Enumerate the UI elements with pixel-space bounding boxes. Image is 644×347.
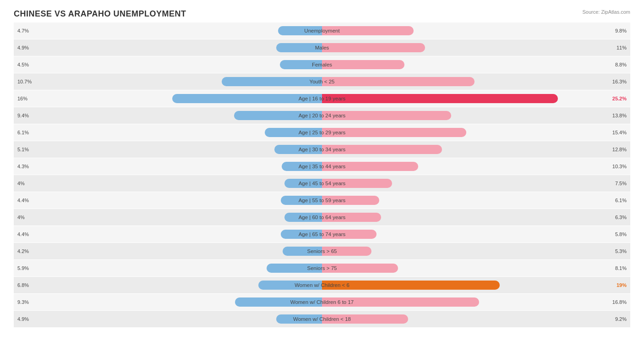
- value-left: 4%: [17, 181, 25, 186]
- value-right: 5.3%: [615, 248, 627, 254]
- value-left: 9.4%: [17, 113, 29, 118]
- right-section: 25.2%: [322, 90, 630, 107]
- row-label: Women w/ Children 6 to 17: [290, 299, 354, 305]
- left-section: 4.4%: [14, 226, 322, 242]
- row-label: Age | 45 to 54 years: [299, 181, 346, 186]
- right-section: 6.1%: [322, 192, 630, 209]
- left-section: 9.4%: [14, 107, 322, 124]
- table-row: 9.4% Age | 20 to 24 years 13.8%: [14, 107, 630, 124]
- value-right: 9.8%: [615, 28, 627, 33]
- row-label: Age | 16 to 19 years: [299, 96, 346, 101]
- table-row: 4.3% Age | 35 to 44 years 10.3%: [14, 158, 630, 175]
- value-left: 4.4%: [17, 231, 29, 237]
- value-left: 6.8%: [17, 282, 29, 288]
- chart-title: CHINESE VS ARAPAHO UNEMPLOYMENT: [14, 9, 630, 19]
- value-right: 13.8%: [612, 113, 627, 118]
- value-left: 4.3%: [17, 164, 29, 169]
- value-right: 9.2%: [615, 316, 627, 322]
- table-row: 4.7% Unemployment 9.8%: [14, 22, 630, 39]
- table-row: 4% Age | 60 to 64 years 6.3%: [14, 209, 630, 226]
- table-row: 4.4% Age | 65 to 74 years 5.8%: [14, 226, 630, 242]
- table-row: 9.3% Women w/ Children 6 to 17 16.8%: [14, 294, 630, 310]
- row-label: Age | 35 to 44 years: [299, 164, 346, 169]
- left-section: 4.4%: [14, 192, 322, 209]
- row-label: Age | 65 to 74 years: [299, 231, 346, 237]
- left-section: 4.5%: [14, 56, 322, 73]
- right-section: 9.8%: [322, 22, 630, 39]
- right-section: 16.3%: [322, 73, 630, 90]
- value-right: 8.8%: [615, 62, 627, 67]
- table-row: 16% Age | 16 to 19 years 25.2%: [14, 90, 630, 107]
- table-row: 4.9% Males 11%: [14, 39, 630, 56]
- left-section: 4.7%: [14, 22, 322, 39]
- value-right: 12.8%: [612, 147, 627, 152]
- right-section: 10.3%: [322, 158, 630, 175]
- left-section: 4.9%: [14, 39, 322, 56]
- value-left: 4.9%: [17, 45, 29, 50]
- right-section: 5.8%: [322, 226, 630, 242]
- row-label: Women w/ Children < 18: [293, 316, 351, 322]
- value-right: 19%: [617, 282, 627, 288]
- row-label: Males: [315, 45, 329, 50]
- row-label: Age | 30 to 34 years: [299, 147, 346, 152]
- right-section: 6.3%: [322, 209, 630, 226]
- right-section: 15.4%: [322, 124, 630, 141]
- value-left: 5.1%: [17, 147, 29, 152]
- left-section: 16%: [14, 90, 322, 107]
- row-label: Age | 25 to 29 years: [299, 130, 346, 135]
- value-left: 4.2%: [17, 248, 29, 254]
- value-right: 11%: [617, 45, 627, 50]
- table-row: 4.4% Age | 55 to 59 years 6.1%: [14, 192, 630, 209]
- left-section: 4.9%: [14, 311, 322, 327]
- right-section: 11%: [322, 39, 630, 56]
- right-section: 16.8%: [322, 294, 630, 310]
- left-section: 4%: [14, 209, 322, 226]
- value-right: 7.5%: [615, 181, 627, 186]
- table-row: 6.1% Age | 25 to 29 years 15.4%: [14, 124, 630, 141]
- left-section: 5.1%: [14, 141, 322, 158]
- row-label: Seniors > 75: [307, 265, 337, 271]
- source-label: Source: ZipAtlas.com: [582, 9, 630, 15]
- value-left: 4.7%: [17, 28, 29, 33]
- left-section: 4.3%: [14, 158, 322, 175]
- value-left: 4.4%: [17, 198, 29, 203]
- table-row: 5.1% Age | 30 to 34 years 12.8%: [14, 141, 630, 158]
- table-row: 6.8% Women w/ Children < 6 19%: [14, 277, 630, 293]
- bar-arapaho: [322, 43, 425, 52]
- value-left: 9.3%: [17, 299, 29, 305]
- row-label: Unemployment: [304, 28, 339, 33]
- chart-area: 4.7% Unemployment 9.8% 4.9% Males 11% 4.…: [14, 22, 630, 301]
- left-section: 10.7%: [14, 73, 322, 90]
- right-section: 8.8%: [322, 56, 630, 73]
- table-row: 4.5% Females 8.8%: [14, 56, 630, 73]
- left-section: 5.9%: [14, 260, 322, 276]
- bar-arapaho: [322, 94, 558, 103]
- right-section: 8.1%: [322, 260, 630, 276]
- value-left: 4.9%: [17, 316, 29, 322]
- value-right: 10.3%: [612, 164, 627, 169]
- bar-arapaho: [322, 60, 404, 69]
- row-label: Age | 20 to 24 years: [299, 113, 346, 118]
- value-left: 4%: [17, 215, 25, 220]
- value-right: 6.1%: [615, 198, 627, 203]
- right-section: 7.5%: [322, 175, 630, 192]
- value-left: 10.7%: [17, 79, 32, 84]
- value-right: 16.3%: [612, 79, 627, 84]
- table-row: 4% Age | 45 to 54 years 7.5%: [14, 175, 630, 192]
- value-left: 16%: [17, 96, 27, 101]
- value-right: 8.1%: [615, 265, 627, 271]
- value-left: 5.9%: [17, 265, 29, 271]
- value-right: 25.2%: [612, 96, 627, 101]
- right-section: 5.3%: [322, 243, 630, 259]
- right-section: 9.2%: [322, 311, 630, 327]
- left-section: 6.8%: [14, 277, 322, 293]
- value-left: 4.5%: [17, 62, 29, 67]
- left-section: 6.1%: [14, 124, 322, 141]
- table-row: 10.7% Youth < 25 16.3%: [14, 73, 630, 90]
- bar-arapaho: [322, 77, 475, 86]
- row-label: Seniors > 65: [307, 248, 337, 254]
- chart-container: CHINESE VS ARAPAHO UNEMPLOYMENT Source: …: [0, 0, 644, 347]
- row-label: Females: [312, 62, 332, 67]
- left-section: 9.3%: [14, 294, 322, 310]
- value-right: 5.8%: [615, 231, 627, 237]
